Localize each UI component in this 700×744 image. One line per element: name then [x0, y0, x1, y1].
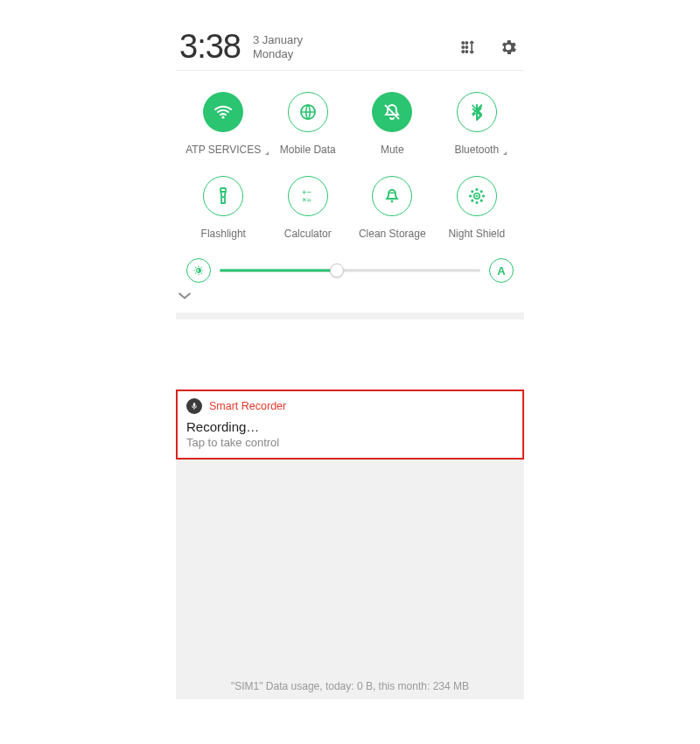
data-usage-footer: "SIM1" Data usage, today: 0 B, this mont…: [176, 680, 524, 692]
date-line-1: 3 January: [253, 33, 303, 47]
brightness-slider[interactable]: [220, 262, 480, 279]
svg-point-0: [462, 42, 464, 44]
date-line-2: Monday: [253, 47, 303, 61]
reorder-icon[interactable]: [456, 35, 480, 60]
panel-bottom-bar: [176, 312, 524, 319]
quick-tile-bluetooth[interactable]: Bluetooth: [437, 92, 517, 157]
tile-label: Clean Storage: [359, 228, 426, 240]
quick-tile-flashlight[interactable]: Flashlight: [183, 176, 263, 241]
tile-label: Flashlight: [201, 228, 246, 240]
wifi-icon: [203, 92, 243, 132]
status-header: 3:38 3 January Monday: [176, 26, 524, 71]
tile-label: ATP SERVICES: [186, 144, 261, 156]
quick-tile-wifi[interactable]: ATP SERVICES: [183, 92, 263, 157]
svg-point-5: [466, 51, 467, 53]
settings-gear-icon[interactable]: [496, 35, 521, 60]
quick-tile-night-sun[interactable]: Night Shield: [437, 176, 517, 241]
tile-label: Night Shield: [448, 228, 505, 240]
tile-label: Bluetooth: [454, 144, 499, 156]
mute-bell-icon: [372, 92, 412, 132]
notification-app-name: Smart Recorder: [209, 400, 286, 412]
flashlight-icon: [203, 176, 243, 216]
svg-point-2: [462, 46, 464, 48]
calculator-icon: [288, 176, 328, 216]
brightness-icon: [186, 258, 211, 283]
expand-chevron-icon[interactable]: [176, 286, 524, 311]
clean-bell-icon: [372, 176, 412, 216]
quick-tile-mute-bell[interactable]: Mute: [352, 92, 432, 157]
svg-point-4: [462, 51, 464, 53]
tile-label: Mobile Data: [280, 144, 336, 156]
quick-tile-globe[interactable]: Mobile Data: [268, 92, 348, 157]
microphone-icon: [186, 398, 202, 414]
clock-time: 3:38: [179, 30, 241, 63]
tile-label: Mute: [381, 144, 404, 156]
brightness-row: A: [176, 253, 524, 286]
night-sun-icon: [457, 176, 497, 216]
quick-tile-clean-bell[interactable]: Clean Storage: [352, 176, 432, 241]
notification-card[interactable]: Smart Recorder Recording… Tap to take co…: [176, 390, 524, 460]
auto-brightness-button[interactable]: A: [489, 258, 514, 283]
notification-subtitle: Tap to take control: [186, 436, 514, 449]
notification-shade: Smart Recorder Recording… Tap to take co…: [176, 390, 524, 699]
tile-label: Calculator: [284, 228, 332, 240]
quick-settings-panel: 3:38 3 January Monday ATP SERVICESMobile…: [176, 26, 524, 319]
globe-icon: [288, 92, 328, 132]
bluetooth-icon: [457, 92, 497, 132]
quick-tile-calculator[interactable]: Calculator: [268, 176, 348, 241]
date-block: 3 January Monday: [253, 33, 303, 62]
notification-title: Recording…: [186, 419, 514, 434]
svg-point-3: [466, 46, 467, 48]
quick-tiles-grid: ATP SERVICESMobile DataMuteBluetoothFlas…: [176, 71, 524, 253]
svg-point-1: [466, 42, 467, 44]
